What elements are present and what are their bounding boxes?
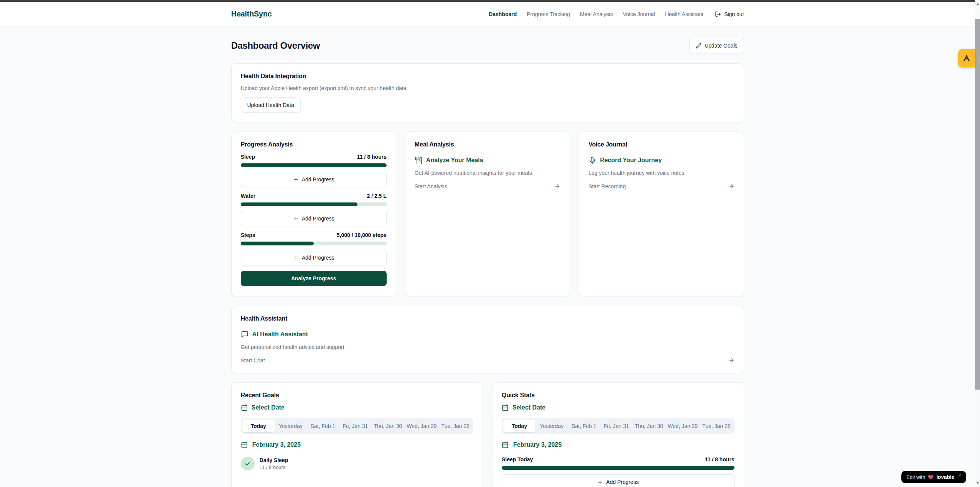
arrow-right-icon	[728, 183, 735, 189]
recent-goals-select-date[interactable]: Select Date	[241, 404, 474, 411]
analyze-your-meals-link[interactable]: Analyze Your Meals	[415, 156, 560, 164]
tab-yesterday[interactable]: Yesterday	[275, 420, 307, 432]
voice-journal-title: Voice Journal	[588, 141, 734, 148]
action-label: Start Recording	[588, 183, 626, 189]
metric-value: 5,000 / 10,000 steps	[337, 232, 387, 238]
select-date-label: Select Date	[252, 404, 285, 411]
tab-wed-jan-29[interactable]: Wed, Jan 29	[404, 420, 439, 432]
tab-tue-jan-28[interactable]: Tue, Jan 28	[700, 420, 733, 432]
signout-button[interactable]: Sign out	[715, 11, 744, 17]
health-data-description: Upload your Apple Health export (export.…	[241, 85, 735, 91]
tab-fri-jan-31[interactable]: Fri, Jan 31	[339, 420, 371, 432]
metric-water: Water 2 / 2.5 L Add Progress	[241, 193, 387, 226]
add-progress-label: Add Progress	[302, 176, 334, 183]
message-square-icon	[241, 331, 249, 338]
tab-sat-feb-1[interactable]: Sat, Feb 1	[568, 420, 600, 432]
heart-icon	[928, 474, 934, 480]
feature-label: Record Your Journey	[600, 157, 662, 164]
quick-stats-selected-date[interactable]: February 3, 2025	[502, 441, 735, 448]
badge-brand-label: lovable	[936, 474, 954, 480]
action-label: Start Chat	[241, 357, 265, 364]
recent-goals-title: Recent Goals	[241, 392, 474, 399]
tab-today[interactable]: Today	[503, 420, 535, 432]
signout-label: Sign out	[724, 11, 744, 17]
progress-fill	[241, 242, 314, 245]
tab-wed-jan-29[interactable]: Wed, Jan 29	[665, 420, 700, 432]
start-chat-link[interactable]: Start Chat	[241, 357, 735, 364]
progress-fill	[502, 466, 735, 470]
scrollbar[interactable]	[975, 0, 980, 487]
quick-stats-add-progress-button[interactable]: Add Progress	[502, 474, 735, 487]
quick-stats-card: Quick Stats Select Date Today Yesterday …	[492, 382, 744, 487]
app-logo[interactable]: HealthSync	[231, 10, 272, 18]
pencil-icon	[696, 43, 702, 49]
add-progress-label: Add Progress	[302, 255, 334, 261]
tab-thu-jan-30[interactable]: Thu, Jan 30	[371, 420, 404, 432]
floating-widget-button[interactable]	[958, 49, 975, 67]
health-data-integration-card: Health Data Integration Upload your Appl…	[231, 63, 744, 122]
add-progress-label: Add Progress	[302, 216, 334, 222]
arrow-right-icon	[554, 183, 560, 189]
nav-health-assistant[interactable]: Health Assistant	[665, 11, 703, 17]
metric-value: 2 / 2.5 L	[367, 193, 386, 199]
ai-health-assistant-link[interactable]: AI Health Assistant	[241, 331, 735, 338]
progress-bar-water	[241, 202, 387, 206]
check-icon	[244, 461, 251, 467]
metric-steps: Steps 5,000 / 10,000 steps Add Progress	[241, 232, 387, 265]
progress-fill	[241, 163, 387, 167]
progress-fill	[241, 202, 357, 206]
sleep-today-stat: Sleep Today 11 / 8 hours	[502, 456, 735, 462]
plus-icon	[293, 177, 299, 183]
nav-progress-tracking[interactable]: Progress Tracking	[527, 11, 570, 17]
nav-meal-analysis[interactable]: Meal Analysis	[580, 11, 613, 17]
meal-analysis-card: Meal Analysis Analyze Your Meals Get AI-…	[405, 132, 570, 296]
triangle-down-icon	[976, 482, 979, 484]
tab-sat-feb-1[interactable]: Sat, Feb 1	[307, 420, 339, 432]
add-progress-steps-button[interactable]: Add Progress	[241, 250, 387, 265]
badge-close-icon[interactable]: ×	[959, 473, 961, 478]
a-logo-icon	[962, 54, 971, 63]
scrollbar-up-arrow[interactable]	[975, 2, 980, 7]
health-assistant-card: Health Assistant AI Health Assistant Get…	[231, 306, 744, 373]
page-title: Dashboard Overview	[231, 40, 320, 51]
tab-today[interactable]: Today	[242, 420, 275, 432]
recent-goals-selected-date[interactable]: February 3, 2025	[241, 441, 474, 448]
stat-label: Sleep Today	[502, 456, 533, 462]
select-date-label: Select Date	[512, 404, 545, 411]
add-progress-water-button[interactable]: Add Progress	[241, 211, 387, 226]
nav-voice-journal[interactable]: Voice Journal	[623, 11, 655, 17]
progress-analysis-title: Progress Analysis	[241, 141, 387, 148]
feature-label: Analyze Your Meals	[426, 157, 483, 164]
goal-value: 11 / 8 hours	[260, 464, 288, 470]
scrollbar-down-arrow[interactable]	[975, 480, 980, 485]
meal-analysis-title: Meal Analysis	[415, 141, 560, 148]
arrow-right-icon	[728, 357, 735, 364]
tab-thu-jan-30[interactable]: Thu, Jan 30	[632, 420, 665, 432]
calendar-icon	[241, 404, 248, 411]
start-recording-link[interactable]: Start Recording	[588, 183, 734, 189]
health-assistant-title: Health Assistant	[241, 315, 735, 322]
tab-tue-jan-28[interactable]: Tue, Jan 28	[439, 420, 472, 432]
upload-health-data-button[interactable]: Upload Health Data	[241, 97, 301, 113]
nav-dashboard[interactable]: Dashboard	[489, 11, 517, 17]
logout-icon	[715, 11, 721, 17]
update-goals-button[interactable]: Update Goals	[689, 38, 744, 53]
record-your-journey-link[interactable]: Record Your Journey	[588, 156, 734, 164]
tab-fri-jan-31[interactable]: Fri, Jan 31	[600, 420, 632, 432]
add-progress-sleep-button[interactable]: Add Progress	[241, 172, 387, 187]
health-assistant-description: Get personalized health advice and suppo…	[241, 344, 735, 350]
quick-stats-date-tabs: Today Yesterday Sat, Feb 1 Fri, Jan 31 T…	[502, 418, 735, 434]
lovable-badge[interactable]: Edit with lovable ×	[901, 471, 966, 483]
goal-name: Daily Sleep	[260, 457, 288, 463]
plus-icon	[293, 255, 299, 261]
metric-value: 11 / 8 hours	[357, 154, 387, 160]
start-analysis-link[interactable]: Start Analysis	[415, 183, 560, 189]
selected-date-label: February 3, 2025	[252, 441, 301, 448]
quick-stats-select-date[interactable]: Select Date	[502, 404, 735, 411]
analyze-progress-button[interactable]: Analyze Progress	[241, 271, 387, 286]
add-progress-label: Add Progress	[606, 479, 639, 485]
plus-icon	[597, 479, 603, 485]
scrollbar-thumb[interactable]	[975, 19, 980, 390]
tab-yesterday[interactable]: Yesterday	[535, 420, 568, 432]
top-strip	[0, 0, 975, 2]
